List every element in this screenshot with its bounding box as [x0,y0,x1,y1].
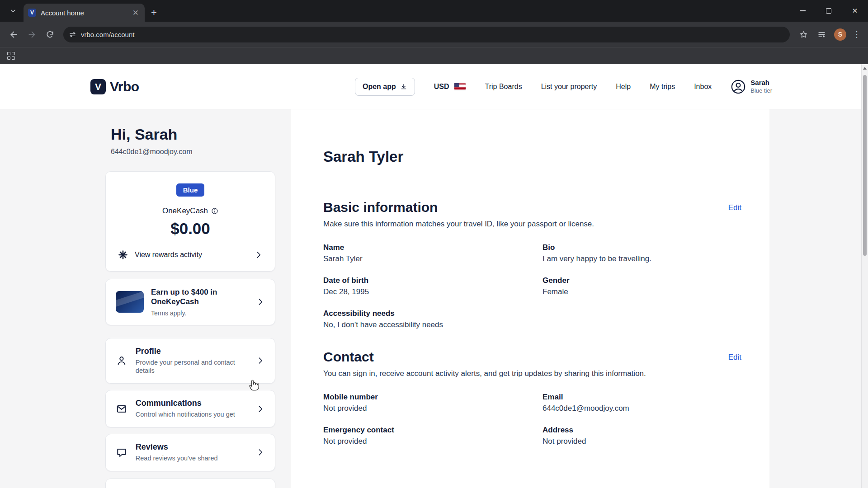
field-accessibility-needs: Accessibility needs No, I don't have acc… [323,309,542,329]
forward-arrow-icon [27,30,37,39]
browser-tab-strip: V Account home ✕ + ✕ [0,0,868,22]
menu-item-title: Communications [136,399,248,408]
bookmark-button[interactable] [794,25,812,43]
reload-icon [46,30,54,39]
section-heading: Contact [323,349,374,365]
nav-trip-boards[interactable]: Trip Boards [485,83,522,91]
chevron-down-icon [10,8,16,14]
vrbo-logo-text: Vrbo [110,79,139,94]
basic-information-section: Basic information Edit Make sure this in… [323,200,741,329]
promo-card[interactable]: Earn up to $400 in OneKeyCash Terms appl… [105,279,275,325]
maximize-icon [826,8,831,14]
reload-button[interactable] [41,25,59,43]
account-name: Sarah [750,79,772,87]
browser-toolbar: vrbo.com/account S ⋮ [0,22,868,47]
chevron-right-icon [256,448,265,457]
tab-title: Account home [41,9,127,17]
chat-bubble-icon [116,446,127,458]
view-rewards-activity-link: View rewards activity [135,251,248,259]
scroll-up-arrow-icon[interactable] [863,67,867,70]
profile-main-panel: Sarah Tyler Basic information Edit Make … [291,109,769,488]
menu-item-subtitle: Read reviews you've shared [136,454,248,463]
menu-item-title: Profile [136,347,248,356]
open-app-label: Open app [363,83,396,91]
account-menu[interactable]: Sarah Blue tier [731,79,772,94]
rewards-card: Blue OneKeyCash $0.00 View rewards activ… [105,171,275,272]
vrbo-favicon-icon: V [28,9,36,17]
info-icon[interactable] [211,207,218,215]
window-controls: ✕ [789,0,868,22]
section-description: Make sure this information matches your … [323,220,741,229]
page-scrollbar[interactable] [861,64,868,488]
field-emergency-contact: Emergency contact Not provided [323,426,542,446]
open-app-button[interactable]: Open app [355,78,415,96]
chevron-right-icon [256,404,265,413]
contact-section: Contact Edit You can sign in, receive ac… [323,349,741,446]
promo-terms: Terms apply. [151,310,237,317]
window-maximize-button[interactable] [816,0,842,22]
minimize-icon [800,10,806,11]
media-controls-button[interactable] [812,25,830,43]
nav-help[interactable]: Help [616,83,631,91]
currency-selector[interactable]: USD [434,83,466,91]
view-rewards-activity-row[interactable]: View rewards activity [118,249,263,260]
star-icon [799,30,808,39]
sidebar-item-profile[interactable]: Profile Provide your personal and contac… [105,338,275,384]
scrollbar-thumb[interactable] [863,75,867,256]
one-key-pinwheel-icon [118,249,128,260]
account-email: 644c0de1@moodjoy.com [105,148,275,156]
back-button[interactable] [5,25,23,43]
browser-tab-account-home[interactable]: V Account home ✕ [24,4,145,22]
rewards-program-label: OneKeyCash [162,206,208,216]
browser-profile-avatar[interactable]: S [834,28,846,41]
tier-badge: Blue [176,183,205,197]
url-text: vrbo.com/account [81,31,787,38]
field-gender: Gender Female [542,276,741,296]
field-name: Name Sarah Tyler [323,243,542,263]
menu-item-subtitle: Control which notifications you get [136,410,248,419]
download-icon [400,83,407,90]
window-minimize-button[interactable] [789,0,816,22]
menu-item-title: Reviews [136,442,248,452]
field-email: Email 644c0de1@moodjoy.com [542,393,741,413]
forward-button[interactable] [23,25,41,43]
account-sidebar: Hi, Sarah 644c0de1@moodjoy.com Blue OneK… [105,109,275,488]
new-tab-button[interactable]: + [151,7,157,18]
header-nav: Open app USD Trip Boards List your prope… [355,78,772,96]
nav-my-trips[interactable]: My trips [650,83,675,91]
one-key-card-image [116,291,144,313]
nav-inbox[interactable]: Inbox [694,83,712,91]
site-header: V Vrbo Open app USD Trip Boards List you… [0,64,868,109]
field-bio: Bio I am very happy to be travelling. [542,243,741,263]
chevron-right-icon [256,356,265,365]
nav-list-your-property[interactable]: List your property [541,83,597,91]
address-bar[interactable]: vrbo.com/account [63,27,790,42]
bookmarks-bar [0,47,868,64]
apps-grid-icon[interactable] [7,52,15,60]
vrbo-logo-icon: V [90,79,106,94]
chevron-right-icon [254,250,263,259]
edit-basic-information-link[interactable]: Edit [728,203,741,212]
field-mobile-number: Mobile number Not provided [323,393,542,413]
sidebar-item-reviews[interactable]: Reviews Read reviews you've shared [105,434,275,471]
field-address: Address Not provided [542,426,741,446]
sidebar-item-communications[interactable]: Communications Control which notificatio… [105,390,275,427]
menu-item-subtitle: Provide your personal and contact detail… [136,358,248,375]
window-close-button[interactable]: ✕ [842,0,868,22]
mail-icon [116,403,127,415]
edit-contact-link[interactable]: Edit [728,353,741,362]
tab-close-icon[interactable]: ✕ [131,8,140,18]
account-tier: Blue tier [750,87,772,94]
rewards-balance: $0.00 [118,220,263,238]
sidebar-item-next-partial[interactable] [105,479,275,488]
media-controls-icon [817,30,826,39]
site-settings-icon [69,31,76,38]
field-date-of-birth: Date of birth Dec 28, 1995 [323,276,542,296]
promo-title: Earn up to $400 in OneKeyCash [151,287,237,307]
chevron-right-icon [256,297,265,306]
us-flag-icon [454,83,466,90]
vrbo-logo[interactable]: V Vrbo [90,79,139,94]
close-icon: ✕ [852,7,858,15]
browser-menu-button[interactable]: ⋮ [850,29,863,39]
tab-search-button[interactable] [6,4,20,18]
